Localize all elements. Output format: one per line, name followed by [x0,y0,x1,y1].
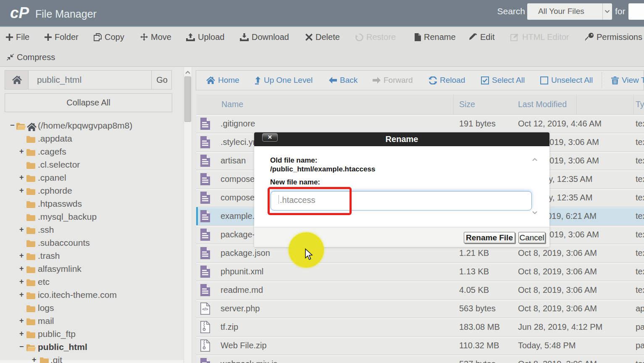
svg-text:</>: </> [202,307,208,311]
svg-text:cP: cP [10,5,29,21]
